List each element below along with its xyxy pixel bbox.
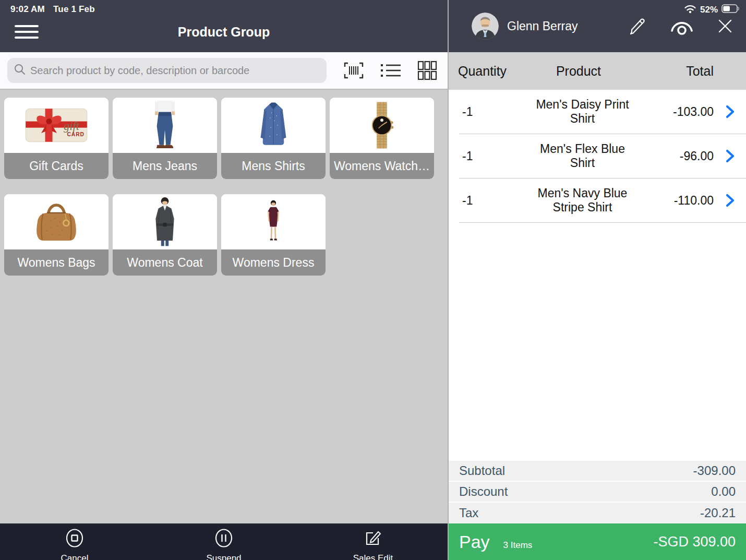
product-group-label: Gift Cards: [4, 153, 109, 179]
womens-bag-image: [4, 194, 109, 249]
pay-label: Pay: [459, 532, 490, 552]
view-toggle-icons: [343, 61, 440, 80]
cancel-label: Cancel: [61, 553, 89, 560]
product-group-card-womens-watch[interactable]: Womens Watch…: [330, 98, 434, 179]
search-icon: [14, 63, 26, 78]
cart-empty-space: [449, 223, 746, 461]
customer-screen-icon[interactable]: [670, 17, 694, 35]
product-group-label: Womens Dress: [221, 249, 326, 276]
discount-label: Discount: [459, 484, 711, 499]
pos-app: 9:02 AM Tue 1 Feb Product Group: [0, 0, 746, 560]
womens-coat-image: [113, 194, 217, 249]
battery-icon: [721, 4, 740, 16]
cart-panel: 52%: [448, 0, 746, 560]
svg-text:gift: gift: [64, 120, 80, 133]
cart-header-icons: [628, 17, 733, 35]
right-header: 52%: [449, 0, 746, 52]
product-group-card-gift-cards[interactable]: gift CARD Gift Cards: [4, 98, 109, 179]
gift-card-image: gift CARD: [4, 98, 109, 153]
status-date: Tue 1 Feb: [53, 4, 95, 15]
product-group-card-womens-coat[interactable]: Womens Coat: [113, 194, 217, 276]
product-group-panel: 9:02 AM Tue 1 Feb Product Group: [0, 0, 448, 560]
suspend-label: Suspend: [206, 553, 241, 560]
pay-button[interactable]: Pay 3 Items -SGD 309.00: [449, 523, 746, 560]
list-view-icon[interactable]: [380, 62, 402, 79]
cart-rows: -1 Men's Daisy Print Shirt -103.00 -1 Me…: [449, 90, 746, 223]
search-box[interactable]: [7, 58, 327, 83]
row-product: Men's Navy Blue Stripe Shirt: [527, 186, 638, 215]
left-header: 9:02 AM Tue 1 Feb Product Group: [0, 0, 448, 52]
edit-pencil-icon[interactable]: [628, 17, 647, 35]
product-group-card-mens-jeans[interactable]: Mens Jeans: [113, 98, 217, 179]
status-time: 9:02 AM: [10, 4, 45, 15]
wifi-icon: [684, 4, 696, 16]
product-group-label: Womens Bags: [4, 249, 109, 276]
sales-edit-label: Sales Edit: [353, 553, 393, 560]
column-header-quantity: Quantity: [449, 64, 527, 79]
pause-circle-icon: [213, 528, 234, 551]
mens-jeans-image: [113, 98, 217, 153]
tax-label: Tax: [459, 506, 700, 520]
sales-edit-button[interactable]: Sales Edit: [298, 523, 448, 560]
chevron-right-icon[interactable]: [714, 149, 746, 163]
search-strip: [0, 52, 448, 90]
row-product: Men's Flex Blue Shirt: [527, 142, 638, 170]
pay-amount: -SGD 309.00: [653, 534, 736, 550]
customer-name: Glenn Berray: [507, 19, 578, 33]
customer-avatar[interactable]: [472, 13, 499, 40]
row-quantity: -1: [459, 105, 527, 119]
row-product: Men's Daisy Print Shirt: [527, 98, 638, 126]
product-group-card-mens-shirts[interactable]: Mens Shirts: [221, 98, 326, 179]
womens-dress-image: [221, 194, 326, 249]
product-group-card-womens-bags[interactable]: Womens Bags: [4, 194, 109, 276]
mens-shirt-image: [221, 98, 326, 153]
sales-edit-icon: [363, 528, 383, 551]
cart-row-1[interactable]: -1 Men's Daisy Print Shirt -103.00: [459, 90, 746, 134]
cart-table-header: Quantity Product Total: [449, 52, 746, 90]
row-quantity: -1: [459, 149, 527, 163]
pay-items-count: 3 Items: [503, 540, 533, 551]
summary-row-subtotal: Subtotal -309.00: [449, 461, 746, 482]
chevron-right-icon[interactable]: [714, 194, 746, 207]
chevron-right-icon[interactable]: [714, 105, 746, 118]
cart-row-2[interactable]: -1 Men's Flex Blue Shirt -96.00: [459, 134, 746, 178]
row-quantity: -1: [459, 194, 527, 208]
product-group-label: Mens Shirts: [221, 153, 326, 179]
discount-value: 0.00: [711, 484, 736, 499]
cart-row-3[interactable]: -1 Men's Navy Blue Stripe Shirt -110.00: [459, 178, 746, 223]
subtotal-value: -309.00: [693, 463, 736, 478]
tax-value: -20.21: [700, 506, 736, 520]
product-group-label: Mens Jeans: [113, 153, 217, 179]
svg-text:CARD: CARD: [67, 132, 85, 137]
womens-watch-image: [330, 98, 434, 153]
row-total: -103.00: [638, 105, 714, 119]
product-group-grid: gift CARD Gift Cards: [0, 90, 448, 523]
column-header-total: Total: [630, 64, 714, 79]
status-bar-left: 9:02 AM Tue 1 Feb: [10, 4, 95, 15]
page-title: Product Group: [0, 25, 448, 40]
stop-circle-icon: [64, 528, 85, 551]
column-header-product: Product: [527, 64, 630, 79]
close-icon[interactable]: [717, 18, 733, 34]
barcode-scan-icon[interactable]: [343, 61, 364, 80]
summary-row-tax: Tax -20.21: [449, 503, 746, 523]
summary-row-discount: Discount 0.00: [449, 482, 746, 503]
sales-bottom-bar: Cancel Suspend: [0, 523, 448, 560]
status-bar-right: 52%: [684, 4, 740, 16]
cancel-button[interactable]: Cancel: [0, 523, 149, 560]
row-total: -96.00: [638, 149, 714, 163]
cart-summary: Subtotal -309.00 Discount 0.00 Tax -20.2…: [449, 461, 746, 523]
search-input[interactable]: [30, 65, 320, 77]
product-group-label: Womens Watch…: [330, 153, 434, 179]
battery-percent: 52%: [700, 5, 718, 15]
suspend-button[interactable]: Suspend: [149, 523, 298, 560]
row-total: -110.00: [638, 194, 714, 208]
grid-view-icon[interactable]: [417, 61, 437, 80]
subtotal-label: Subtotal: [459, 463, 693, 478]
product-group-label: Womens Coat: [113, 249, 217, 276]
product-group-card-womens-dress[interactable]: Womens Dress: [221, 194, 326, 276]
